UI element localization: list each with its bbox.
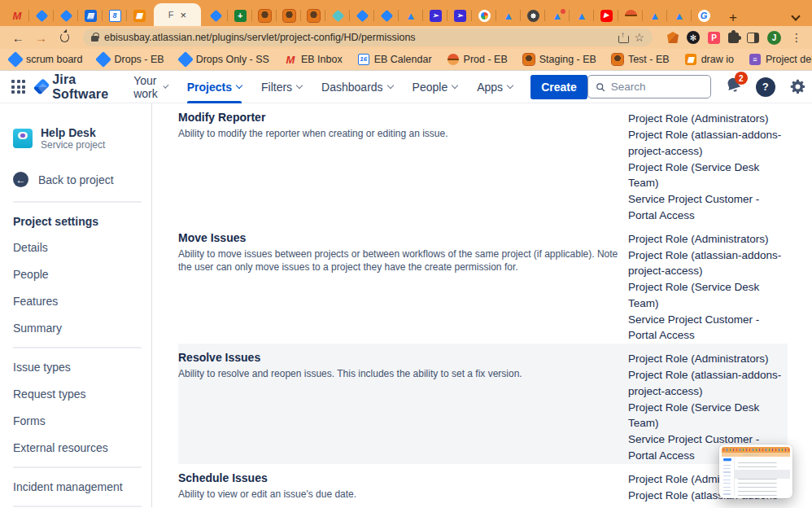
share-icon[interactable] [618,33,628,43]
nav-item[interactable]: Apps [477,71,513,103]
extension-snowflake-icon[interactable] [687,31,700,44]
browser-tab[interactable] [5,5,29,26]
browser-tab[interactable] [521,5,545,26]
nav-item[interactable]: Projects [187,71,242,103]
browser-tab[interactable] [618,5,643,26]
sidebar-item[interactable]: Incident management [13,473,138,500]
extension-p-icon[interactable] [708,32,720,44]
permission-description: Ability to view or edit an issue's due d… [178,488,625,501]
browser-tab[interactable] [301,5,325,26]
permission-description: Ability to resolve and reopen issues. Th… [178,367,625,380]
jira-logo-icon [33,78,50,95]
sidebar-item[interactable]: Issue types [13,353,138,380]
sidebar-item[interactable]: Request types [13,380,138,407]
bookmark-item[interactable]: EB Inbox [285,54,343,65]
sidebar-item[interactable]: Summary [13,314,138,341]
browser-tab[interactable] [447,5,472,26]
bookmark-item[interactable]: Drops Only - SS [180,54,269,65]
permission-role: Project Role (atlassian-addons-project-a… [628,247,788,279]
nav-item-label: Your work [133,74,159,100]
search-input[interactable] [611,81,703,93]
notifications-button[interactable]: 2 [725,77,742,97]
bookmark-item[interactable]: EB Calendar [358,54,432,65]
create-button[interactable]: Create [530,75,587,99]
permission-row[interactable]: Move Issues Ability to move issues betwe… [178,224,788,344]
help-button[interactable]: ? [756,77,775,97]
tab-favicon [356,9,369,22]
tab-favicon [35,9,48,22]
browser-tab[interactable] [423,5,447,26]
nav-item[interactable]: Dashboards [321,71,393,103]
bookmark-item[interactable]: Prod - EB [447,54,508,65]
bookmark-item[interactable]: Staging - EB [523,54,596,65]
sidebar-divider [13,466,142,468]
browser-tab[interactable] [472,5,496,26]
nav-item[interactable]: Filters [261,71,302,103]
reload-button[interactable] [60,33,69,42]
metamask-icon[interactable] [667,32,679,43]
bookmarks-bar: scrum board Drops - EB Drops Only - SS E… [0,49,812,71]
browser-menu-icon[interactable]: ⋮ [791,31,802,44]
back-button[interactable]: ← [10,31,26,45]
nav-item[interactable]: People [413,71,458,103]
bookmark-item[interactable]: Project deliverabl... [749,54,812,65]
sidebar-item[interactable]: People [13,261,138,287]
permission-row[interactable]: Modify Reporter Ability to modify the re… [178,103,788,224]
app-switcher-icon[interactable] [11,80,25,94]
browser-tab[interactable] [374,5,399,26]
browser-tab[interactable] [228,5,252,26]
browser-tab[interactable] [29,5,54,26]
url-text[interactable]: ebisusbay.atlassian.net/plugins/servlet/… [104,32,612,43]
bookmark-star-icon[interactable]: ☆ [634,31,644,44]
sidebar-item[interactable]: Features [13,287,138,314]
bookmark-item[interactable]: Test - EB [612,54,670,65]
tab-favicon [503,10,515,22]
chrome-profile-avatar[interactable]: J [767,31,781,45]
browser-tab[interactable] [203,5,228,26]
browser-tab[interactable] [277,5,301,26]
sidebar-item[interactable]: External resources [13,434,138,461]
active-tab[interactable]: F × [154,3,201,26]
sidebar-item[interactable]: Forms [13,407,138,434]
nav-item[interactable]: Your work [133,71,168,103]
browser-tab[interactable] [667,5,692,26]
browser-tab[interactable] [570,5,594,26]
address-bar[interactable]: ebisusbay.atlassian.net/plugins/servlet/… [83,28,653,46]
bookmark-favicon [612,54,623,65]
browser-tab[interactable] [350,5,374,26]
settings-gear-icon[interactable] [789,78,806,95]
browser-tab[interactable] [252,5,277,26]
lock-icon[interactable] [91,36,98,42]
browser-tab[interactable] [325,5,350,26]
sidebar-group-issue-config: Issue typesRequest typesFormsExternal re… [13,353,138,461]
browser-tab[interactable] [127,5,151,26]
back-to-project[interactable]: ← Back to project [13,172,138,187]
project-header[interactable]: Help Desk Service project [13,126,138,151]
side-panel-icon[interactable] [747,33,759,43]
new-tab-button[interactable]: + [724,10,742,26]
search-box[interactable] [587,75,711,99]
browser-tab[interactable] [594,5,618,26]
browser-tab[interactable] [399,5,423,26]
sidebar-item[interactable]: Details [13,234,138,261]
forward-button[interactable]: → [33,31,49,45]
screenshot-preview-popup[interactable] [719,444,792,498]
browser-tab[interactable] [103,5,127,26]
browser-tab[interactable] [692,5,716,26]
browser-tab[interactable] [643,5,667,26]
extensions-puzzle-icon[interactable] [728,33,739,43]
tab-search-chevron-icon[interactable] [791,11,800,20]
browser-tab[interactable] [78,5,103,26]
permission-row[interactable]: Resolve Issues Ability to resolve and re… [178,344,788,464]
bookmark-item[interactable]: scrum board [10,54,82,65]
bookmark-label: EB Inbox [301,54,343,65]
tab-close-icon[interactable]: × [181,9,187,21]
browser-tab[interactable] [545,5,570,26]
screen: F × + ← → ebisusbay.atlassian.net/plugin… [0,0,812,508]
browser-tab[interactable] [54,5,78,26]
permission-row[interactable]: Schedule Issues Ability to view or edit … [178,464,788,508]
bookmark-item[interactable]: Drops - EB [98,54,164,65]
bookmark-item[interactable]: draw io [685,54,734,65]
browser-tab[interactable] [496,5,521,26]
jira-logo[interactable]: Jira Software [37,72,112,102]
